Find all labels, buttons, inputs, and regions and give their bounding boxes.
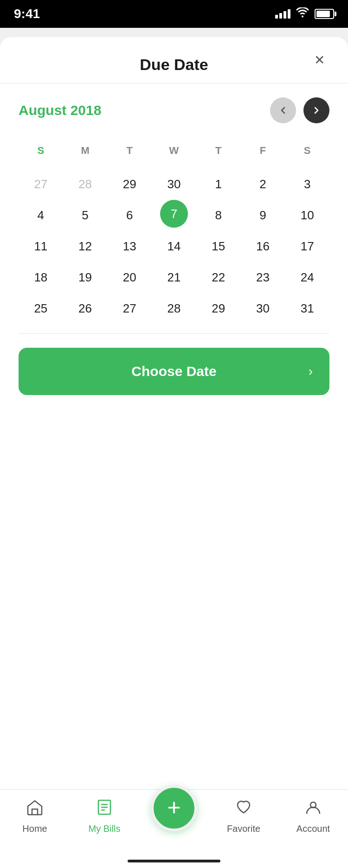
- signal-icon: [275, 9, 290, 19]
- choose-date-label: Choose Date: [131, 364, 216, 379]
- weekday-thu: T: [196, 137, 241, 164]
- choose-date-arrow: ›: [309, 364, 313, 379]
- day-5[interactable]: 5: [63, 200, 108, 231]
- day-16[interactable]: 16: [241, 231, 285, 262]
- calendar-week-5: 25 26 27 28 29 30 31: [19, 293, 329, 324]
- favorite-icon: [235, 799, 252, 820]
- day-29[interactable]: 29: [107, 169, 152, 200]
- nav-label-account: Account: [296, 823, 330, 834]
- status-bar: 9:41: [0, 0, 348, 28]
- nav-label-mybills: My Bills: [89, 823, 121, 834]
- day-18[interactable]: 18: [19, 262, 63, 293]
- calendar-container: August 2018 S: [0, 83, 348, 334]
- day-30[interactable]: 30: [152, 169, 196, 200]
- day-26[interactable]: 26: [63, 293, 108, 324]
- close-button[interactable]: ✕: [309, 50, 329, 70]
- day-13[interactable]: 13: [107, 231, 152, 262]
- calendar-week-4: 18 19 20 21 22 23 24: [19, 262, 329, 293]
- weekday-tue: T: [107, 137, 152, 164]
- day-23[interactable]: 23: [241, 262, 285, 293]
- modal-card: Due Date ✕ August 2018: [0, 37, 348, 868]
- calendar-weekdays: S M T W T F S: [19, 137, 329, 164]
- nav-item-fab[interactable]: +: [151, 799, 197, 831]
- card-area: Due Date ✕ August 2018: [0, 28, 348, 868]
- day-7-selected[interactable]: 7: [160, 200, 188, 228]
- nav-label-favorite: Favorite: [227, 823, 260, 834]
- calendar-week-3: 11 12 13 14 15 16 17: [19, 231, 329, 262]
- fab-add-button[interactable]: +: [151, 785, 197, 831]
- nav-item-favorite[interactable]: Favorite: [220, 799, 267, 834]
- day-25[interactable]: 25: [19, 293, 63, 324]
- wifi-icon: [296, 7, 309, 20]
- calendar-nav: August 2018: [19, 97, 329, 123]
- day-11[interactable]: 11: [19, 231, 63, 262]
- day-27-prev[interactable]: 27: [19, 169, 63, 200]
- day-6[interactable]: 6: [107, 200, 152, 231]
- modal-header: Due Date ✕: [0, 37, 348, 83]
- weekday-fri: F: [241, 137, 285, 164]
- bottom-navigation: Home My Bills +: [0, 789, 348, 868]
- prev-month-button[interactable]: [270, 97, 296, 123]
- status-icons: [275, 7, 334, 20]
- modal-title: Due Date: [140, 56, 208, 74]
- day-14[interactable]: 14: [152, 231, 196, 262]
- choose-date-button[interactable]: Choose Date ›: [19, 348, 329, 395]
- calendar-divider: [19, 333, 329, 334]
- day-4[interactable]: 4: [19, 200, 63, 231]
- weekday-sat: S: [285, 137, 329, 164]
- day-21[interactable]: 21: [152, 262, 196, 293]
- day-24[interactable]: 24: [285, 262, 329, 293]
- weekday-mon: M: [63, 137, 108, 164]
- day-12[interactable]: 12: [63, 231, 108, 262]
- day-30-end[interactable]: 30: [241, 293, 285, 324]
- nav-item-home[interactable]: Home: [12, 799, 58, 834]
- nav-label-home: Home: [22, 823, 47, 834]
- home-bar: [128, 860, 220, 862]
- day-2[interactable]: 2: [241, 169, 285, 200]
- nav-item-account[interactable]: Account: [290, 799, 336, 834]
- day-27[interactable]: 27: [107, 293, 152, 324]
- day-31[interactable]: 31: [285, 293, 329, 324]
- day-9[interactable]: 9: [241, 200, 285, 231]
- weekday-sun: S: [19, 137, 63, 164]
- nav-buttons: [270, 97, 329, 123]
- calendar-grid: S M T W T F S 27 28 29 30 1 2 3: [19, 137, 329, 324]
- day-28-prev[interactable]: 28: [63, 169, 108, 200]
- day-1[interactable]: 1: [196, 169, 241, 200]
- calendar-week-2: 4 5 6 7 8 9 10: [19, 200, 329, 231]
- day-15[interactable]: 15: [196, 231, 241, 262]
- status-time: 9:41: [14, 6, 40, 21]
- day-19[interactable]: 19: [63, 262, 108, 293]
- nav-item-mybills[interactable]: My Bills: [81, 799, 128, 834]
- day-22[interactable]: 22: [196, 262, 241, 293]
- account-icon: [305, 799, 322, 820]
- day-20[interactable]: 20: [107, 262, 152, 293]
- day-28[interactable]: 28: [152, 293, 196, 324]
- day-10[interactable]: 10: [285, 200, 329, 231]
- battery-icon: [315, 9, 334, 19]
- mybills-icon: [96, 799, 113, 820]
- day-29-end[interactable]: 29: [196, 293, 241, 324]
- day-3[interactable]: 3: [285, 169, 329, 200]
- calendar-week-1: 27 28 29 30 1 2 3: [19, 169, 329, 200]
- day-8[interactable]: 8: [196, 200, 241, 231]
- month-year-label: August 2018: [19, 102, 101, 118]
- home-icon: [26, 799, 43, 820]
- next-month-button[interactable]: [303, 97, 329, 123]
- weekday-wed: W: [152, 137, 196, 164]
- day-17[interactable]: 17: [285, 231, 329, 262]
- fab-plus-icon: +: [167, 796, 180, 819]
